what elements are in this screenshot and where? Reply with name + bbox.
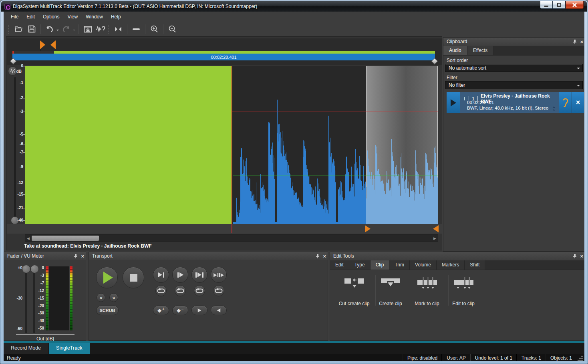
loop-to-mark-button[interactable] (155, 285, 167, 296)
fader-track-right[interactable] (33, 270, 35, 333)
edit-tool-label: Create clip (379, 301, 402, 306)
play-icon (451, 99, 456, 106)
fader-knob-left[interactable] (22, 265, 30, 273)
undo-button[interactable] (44, 24, 55, 34)
db-scale-column: dB 0-1-2-3-5-6-7-9-12-15-21-40 (6, 65, 25, 225)
mark-to-clip-button[interactable]: Mark to clip (409, 277, 445, 306)
play-to-mark-button[interactable] (153, 267, 169, 283)
open-folder-icon (14, 26, 23, 33)
rewind-button[interactable]: « (97, 293, 105, 302)
open-file-button[interactable] (13, 24, 24, 34)
track-overview[interactable]: 00:02:28.401 (7, 38, 442, 65)
entry-prelisten-button[interactable] (559, 92, 572, 113)
skip-to-mark-button[interactable] (113, 24, 124, 34)
forward-button[interactable]: » (109, 293, 118, 302)
minimize-button[interactable] (540, 1, 553, 9)
zoom-in-button[interactable] (149, 24, 160, 34)
undo-dropdown-caret[interactable] (56, 30, 59, 32)
pin-icon[interactable] (316, 254, 320, 258)
close-panel-icon[interactable]: × (81, 254, 84, 259)
fader-track-left[interactable] (25, 270, 27, 333)
stop-button[interactable] (123, 267, 144, 288)
entry-remove-button[interactable]: × (572, 92, 584, 113)
menu-help[interactable]: Help (107, 13, 125, 21)
pin-icon[interactable] (573, 39, 577, 44)
mode-tab-singletrack[interactable]: SingleTrack (49, 343, 90, 354)
filter-dropdown[interactable]: No filter (445, 81, 583, 89)
horizontal-scrollbar[interactable]: ◀ ▶ (25, 234, 438, 242)
loop-selection-button[interactable] (194, 285, 205, 296)
app-icon (4, 4, 10, 10)
play-around-button[interactable] (211, 267, 227, 283)
toolbar-separator (145, 24, 145, 34)
import-take-button[interactable] (82, 24, 93, 34)
overview-time-bar[interactable]: 00:02:28.401 (12, 54, 435, 60)
pin-icon[interactable] (74, 254, 78, 258)
toolbar-grip[interactable] (8, 25, 10, 34)
pin-icon[interactable] (573, 254, 577, 258)
play-button[interactable] (96, 267, 118, 288)
edit-tools-tab-type[interactable]: Type (349, 260, 371, 270)
remove-button[interactable] (131, 24, 142, 34)
loop-around-button[interactable] (213, 285, 224, 296)
play-from-mark-button[interactable] (172, 267, 188, 283)
scrollbar-thumb[interactable] (32, 236, 99, 241)
sort-order-dropdown[interactable]: No automatic sort (445, 64, 583, 72)
minimize-icon (544, 6, 548, 7)
vu-scale--12: -12 (36, 288, 44, 293)
edit-tools-tab-markers[interactable]: Markers (437, 260, 465, 270)
waveform-display[interactable] (25, 66, 438, 224)
menu-edit[interactable]: Edit (22, 13, 39, 21)
play-selection-button[interactable] (191, 267, 207, 283)
remove-marker-button[interactable]: ◆− (172, 306, 188, 315)
close-panel-icon[interactable]: × (580, 254, 583, 259)
waveform-canvas[interactable] (25, 66, 438, 224)
edit-out-marker[interactable] (433, 225, 439, 232)
scrub-button[interactable]: SCRUB (96, 306, 119, 315)
create-clip-button[interactable]: Create clip (373, 277, 408, 306)
previous-marker-button[interactable] (211, 306, 227, 315)
clipboard-tab-audio[interactable]: Audio (443, 46, 467, 55)
scroll-right-arrow[interactable]: ▶ (432, 235, 438, 242)
close-button[interactable] (566, 1, 584, 9)
menu-options[interactable]: Options (39, 13, 63, 21)
close-panel-icon[interactable]: × (580, 39, 583, 44)
collapse-chevrons-icon[interactable]: ⌃⌃ (552, 107, 556, 112)
menu-view[interactable]: View (63, 13, 82, 21)
zoom-out-button[interactable] (167, 24, 178, 34)
resize-grip[interactable] (578, 355, 583, 361)
clipboard-tab-effects[interactable]: Effects (467, 46, 493, 55)
mark-out-marker[interactable] (50, 40, 56, 49)
clipboard-entry[interactable]: T 1 Elvis Presley - Jailhouse Rock BWF 0… (447, 92, 584, 113)
redo-button[interactable] (60, 24, 72, 34)
edit-tools-tab-clip[interactable]: Clip (371, 260, 390, 270)
add-marker-button[interactable]: ◆+ (153, 306, 169, 315)
redo-dropdown-caret[interactable] (73, 30, 75, 32)
fader-knob-right[interactable] (30, 265, 39, 273)
menu-file[interactable]: File (7, 13, 22, 21)
mode-tab-record-mode[interactable]: Record Mode (4, 343, 48, 354)
entry-play-button[interactable] (447, 92, 460, 113)
save-button[interactable] (26, 24, 37, 34)
scroll-left-arrow[interactable]: ◀ (25, 235, 31, 242)
filter-value: No filter (449, 82, 465, 88)
edit-tools-tab-volume[interactable]: Volume (410, 260, 437, 270)
toolbar-grip[interactable] (108, 25, 109, 34)
entry-info[interactable]: T 1 Elvis Presley - Jailhouse Rock BWF 0… (460, 92, 559, 113)
edit-to-clip-button[interactable]: Edit to clip (446, 277, 481, 306)
edit-tools-tab-trim[interactable]: Trim (389, 260, 410, 270)
mark-in-marker[interactable] (40, 40, 45, 49)
edit-tools-tab-edit[interactable]: Edit (330, 260, 349, 270)
maximize-button[interactable] (553, 1, 566, 9)
edit-tools-tab-shift[interactable]: Shift (465, 260, 485, 270)
vu-scale--50: -50 (36, 326, 44, 330)
loop-from-mark-button[interactable] (175, 285, 186, 296)
next-marker-button[interactable] (191, 306, 207, 315)
take-at-soundhead-button[interactable] (95, 24, 106, 34)
close-panel-icon[interactable]: × (323, 254, 326, 259)
playhead-line[interactable] (232, 224, 232, 233)
cut-create-clip-button[interactable]: Cut create clip (336, 277, 372, 306)
edit-in-marker[interactable] (365, 225, 371, 232)
menu-window[interactable]: Window (82, 13, 107, 21)
take-status-line: Take at soundhead: Elvis Presley - Jailh… (24, 243, 152, 249)
